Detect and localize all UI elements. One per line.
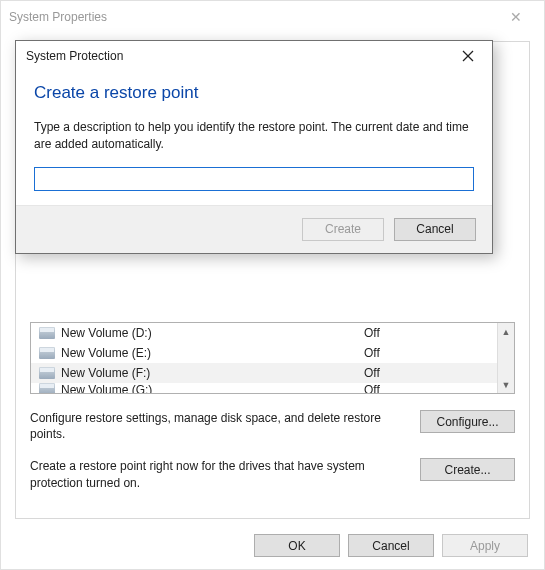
drive-name: New Volume (G:) [61, 383, 364, 393]
configure-text: Configure restore settings, manage disk … [30, 410, 420, 442]
dialog-body: Create a restore point Type a descriptio… [16, 71, 492, 206]
drive-name: New Volume (D:) [61, 326, 364, 340]
cancel-button[interactable]: Cancel [348, 534, 434, 557]
configure-row: Configure restore settings, manage disk … [30, 410, 515, 442]
drive-status: Off [364, 383, 514, 393]
scroll-down-icon[interactable]: ▼ [498, 376, 514, 393]
create-restore-point-button[interactable]: Create... [420, 458, 515, 481]
dialog-description: Type a description to help you identify … [34, 119, 474, 153]
table-row[interactable]: New Volume (G:) Off [31, 383, 514, 393]
drive-name: New Volume (F:) [61, 366, 364, 380]
apply-button: Apply [442, 534, 528, 557]
configure-button[interactable]: Configure... [420, 410, 515, 433]
drive-list[interactable]: New Volume (D:) Off New Volume (E:) Off … [30, 322, 515, 394]
ok-button[interactable]: OK [254, 534, 340, 557]
drive-section: New Volume (D:) Off New Volume (E:) Off … [30, 322, 515, 491]
drive-icon [39, 347, 55, 359]
dialog-button-bar: OK Cancel Apply [254, 534, 528, 557]
parent-titlebar: System Properties ✕ [1, 1, 544, 33]
parent-close-icon[interactable]: ✕ [496, 9, 536, 25]
drive-status: Off [364, 346, 514, 360]
create-button[interactable]: Create [302, 218, 384, 241]
scrollbar[interactable]: ▲ ▼ [497, 323, 514, 393]
close-button[interactable] [454, 45, 482, 67]
dialog-headline: Create a restore point [34, 83, 474, 103]
table-row[interactable]: New Volume (D:) Off [31, 323, 514, 343]
scroll-up-icon[interactable]: ▲ [498, 323, 514, 340]
table-row[interactable]: New Volume (F:) Off [31, 363, 514, 383]
parent-title: System Properties [9, 10, 496, 24]
create-text: Create a restore point right now for the… [30, 458, 420, 490]
drive-icon [39, 367, 55, 379]
dialog-footer: Create Cancel [16, 206, 492, 253]
drive-status: Off [364, 366, 514, 380]
drive-status: Off [364, 326, 514, 340]
system-protection-dialog: System Protection Create a restore point… [15, 40, 493, 254]
close-icon [462, 50, 474, 62]
dialog-titlebar: System Protection [16, 41, 492, 71]
cancel-button[interactable]: Cancel [394, 218, 476, 241]
create-row: Create a restore point right now for the… [30, 458, 515, 490]
drive-icon [39, 383, 55, 393]
restore-point-description-input[interactable] [34, 167, 474, 191]
dialog-title: System Protection [26, 49, 454, 63]
table-row[interactable]: New Volume (E:) Off [31, 343, 514, 363]
drive-name: New Volume (E:) [61, 346, 364, 360]
drive-icon [39, 327, 55, 339]
